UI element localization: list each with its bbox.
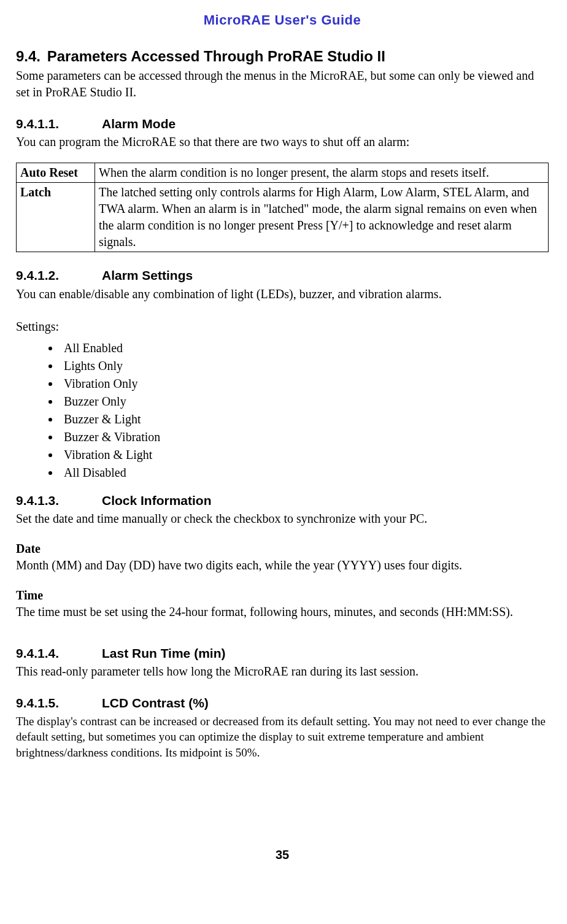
section-9-4-intro: Some parameters can be accessed through … — [16, 67, 549, 101]
auto-reset-label: Auto Reset — [17, 163, 95, 183]
auto-reset-desc: When the alarm condition is no longer pr… — [95, 163, 549, 183]
time-label: Time — [16, 587, 549, 604]
heading-9-4-1-1: 9.4.1.1.Alarm Mode — [16, 115, 549, 133]
list-item: All Enabled — [60, 340, 549, 356]
time-text: The time must be set using the 24-hour f… — [16, 604, 549, 620]
date-text: Month (MM) and Day (DD) have two digits … — [16, 557, 549, 574]
heading-text: Alarm Mode — [102, 117, 176, 131]
settings-list: All Enabled Lights Only Vibration Only B… — [16, 340, 549, 481]
heading-9-4-1-2: 9.4.1.2.Alarm Settings — [16, 267, 549, 284]
settings-label: Settings: — [16, 318, 549, 335]
heading-text: Clock Information — [102, 493, 212, 507]
heading-text: Last Run Time (min) — [102, 646, 225, 660]
list-item: Buzzer & Vibration — [60, 429, 549, 445]
heading-number: 9.4. — [16, 48, 40, 64]
heading-number: 9.4.1.1. — [16, 115, 102, 133]
alarm-mode-table: Auto Reset When the alarm condition is n… — [16, 163, 549, 252]
heading-number: 9.4.1.3. — [16, 492, 102, 509]
heading-number: 9.4.1.2. — [16, 267, 102, 284]
list-item: All Disabled — [60, 464, 549, 481]
heading-number: 9.4.1.5. — [16, 695, 102, 712]
heading-9-4: 9.4. Parameters Accessed Through ProRAE … — [16, 47, 549, 66]
list-item: Buzzer Only — [60, 393, 549, 410]
list-item: Lights Only — [60, 358, 549, 374]
heading-text: Alarm Settings — [102, 268, 193, 282]
heading-text: Parameters Accessed Through ProRAE Studi… — [47, 48, 385, 64]
page-number: 35 — [16, 847, 549, 863]
heading-number: 9.4.1.4. — [16, 645, 102, 662]
date-label: Date — [16, 541, 549, 557]
heading-text: LCD Contrast (%) — [102, 696, 209, 710]
latch-desc: The latched setting only controls alarms… — [95, 183, 549, 252]
page-title: MicroRAE User's Guide — [16, 11, 549, 29]
alarm-settings-intro: You can enable/disable any combination o… — [16, 286, 549, 302]
latch-label: Latch — [17, 183, 95, 252]
table-row: Latch The latched setting only controls … — [17, 183, 549, 252]
list-item: Vibration & Light — [60, 447, 549, 463]
clock-info-intro: Set the date and time manually or check … — [16, 510, 549, 527]
heading-9-4-1-4: 9.4.1.4.Last Run Time (min) — [16, 645, 549, 662]
lcd-contrast-intro: The display's contrast can be increased … — [16, 714, 549, 761]
table-row: Auto Reset When the alarm condition is n… — [17, 163, 549, 183]
list-item: Vibration Only — [60, 375, 549, 392]
alarm-mode-intro: You can program the MicroRAE so that the… — [16, 134, 549, 150]
last-run-time-intro: This read-only parameter tells how long … — [16, 663, 549, 680]
heading-9-4-1-3: 9.4.1.3.Clock Information — [16, 492, 549, 509]
list-item: Buzzer & Light — [60, 411, 549, 428]
heading-9-4-1-5: 9.4.1.5.LCD Contrast (%) — [16, 695, 549, 712]
